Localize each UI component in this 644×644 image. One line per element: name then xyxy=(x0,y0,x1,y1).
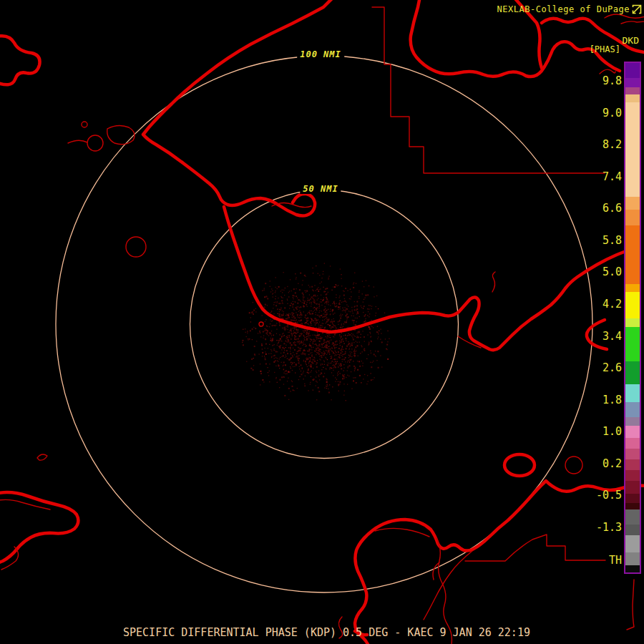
colorbar-segment xyxy=(625,78,640,87)
colorbar-segment xyxy=(625,470,640,481)
colorbar-segment xyxy=(625,552,640,565)
colorbar-tick-label: 5.8 xyxy=(602,234,622,247)
colorbar-segment xyxy=(625,494,640,503)
shore-detail xyxy=(37,454,47,460)
river-east xyxy=(600,69,615,74)
colorbar-tick-label: 9.8 xyxy=(602,74,622,87)
colorbar-segment xyxy=(625,292,640,318)
colorbar-tick-label: 6.6 xyxy=(602,202,622,215)
colorbar-segment xyxy=(625,384,640,402)
map-overlay xyxy=(0,0,644,644)
county-border-north xyxy=(372,7,605,173)
border-east-edge xyxy=(627,580,634,630)
cod-flag-icon xyxy=(632,4,642,14)
lake-outline-small xyxy=(82,122,87,127)
colorbar-segment xyxy=(625,225,640,284)
range-rings xyxy=(56,56,592,592)
product-title: SPECIFIC DIFFERENTIAL PHASE (KDP) 0.5 DE… xyxy=(123,627,530,638)
product-code: DKD xyxy=(623,35,639,46)
colorbar-segment xyxy=(625,525,640,535)
colorbar-segment xyxy=(625,438,640,449)
range-ring-label-100nmi: 100 NMI xyxy=(297,49,344,59)
colorbar-tick-label: 0.2 xyxy=(602,457,622,470)
colorbar-tick-label: 1.0 xyxy=(602,425,622,438)
shore-dot xyxy=(259,322,263,326)
coastline-island-topleft xyxy=(0,36,40,84)
colorbar-tick-label: 7.4 xyxy=(602,170,622,183)
product-units: [PHAS] xyxy=(590,44,620,54)
colorbar-tick-label: 3.4 xyxy=(602,330,622,343)
colorbar-tick-label: -1.3 xyxy=(596,521,622,534)
colorbar-segment xyxy=(625,481,640,494)
island-detail xyxy=(107,125,135,144)
radar-display: 100 NMI 50 NMI NEXLAB-College of DuPage … xyxy=(0,0,644,644)
coastline-southeast xyxy=(355,481,644,644)
colorbar-segment xyxy=(625,459,640,470)
colorbar-tick-label: 8.2 xyxy=(602,138,622,151)
colorbar-tick-label: 1.8 xyxy=(602,394,622,406)
colorbar-threshold-label: TH xyxy=(609,554,622,567)
colorbar-segment xyxy=(625,402,640,417)
range-ring-label-50nmi: 50 NMI xyxy=(300,184,341,194)
lake-outline-southeast xyxy=(565,457,582,474)
colorbar-segment xyxy=(625,102,640,197)
colorbar-segment xyxy=(625,63,640,78)
colorbar-segment xyxy=(625,535,640,552)
colorbar-segment xyxy=(625,417,640,426)
radar-echo-field xyxy=(242,263,389,401)
colorbar-segment xyxy=(625,361,640,384)
colorbar-segment xyxy=(625,210,640,225)
colorbar-tick-label: 5.0 xyxy=(602,265,622,278)
lake-outline xyxy=(126,237,146,257)
colorbar-segment xyxy=(625,503,640,509)
colorbar-segment xyxy=(625,284,640,292)
colorbar-tick-label: -0.5 xyxy=(596,489,622,502)
colorbar-tick-label: 9.0 xyxy=(602,107,622,119)
bay-inner-detail xyxy=(375,528,429,537)
colorbar xyxy=(624,62,641,574)
radar-map-canvas xyxy=(0,0,644,644)
colorbar-segment xyxy=(625,94,640,102)
coastline-southwest xyxy=(0,492,78,565)
river-topright xyxy=(605,14,644,18)
colorbar-segment xyxy=(625,197,640,210)
colorbar-segment xyxy=(625,449,640,459)
island-detail xyxy=(68,140,87,143)
colorbar-segment xyxy=(625,318,640,327)
colorbar-segment xyxy=(625,87,640,94)
river-topright xyxy=(621,21,644,24)
colorbar-segment xyxy=(625,509,640,525)
header: NEXLAB-College of DuPage xyxy=(497,4,642,14)
island-ring-southeast xyxy=(504,454,535,476)
colorbar-segment xyxy=(625,565,640,572)
colorbar-segment xyxy=(625,327,640,361)
page-title: NEXLAB-College of DuPage xyxy=(497,4,630,14)
colorbar-segment xyxy=(625,426,640,438)
colorbar-tick-label: 2.6 xyxy=(602,361,622,374)
colorbar-tick-label: 4.2 xyxy=(602,298,622,311)
lake-outline xyxy=(87,135,103,151)
range-ring-100nmi xyxy=(56,56,592,592)
river-detail xyxy=(492,272,495,292)
